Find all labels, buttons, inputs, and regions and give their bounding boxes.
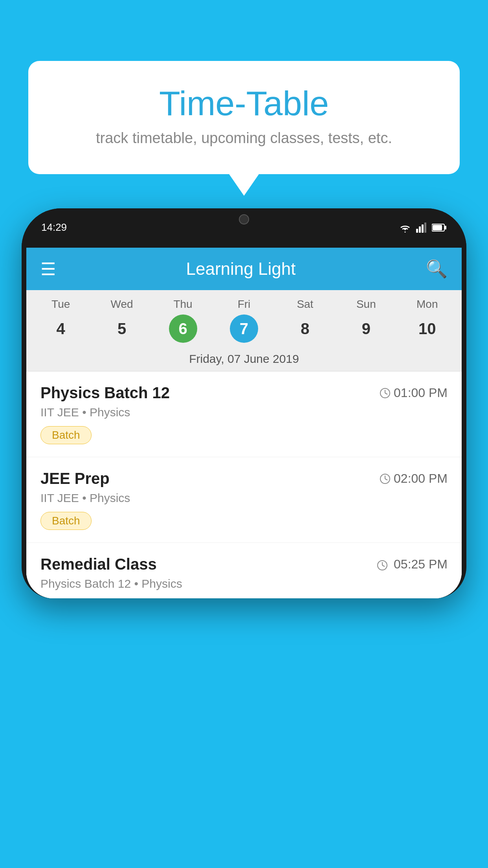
signal-icon [416, 223, 428, 233]
schedule-item-subtitle: IIT JEE • Physics [40, 491, 448, 505]
day-number[interactable]: 6 [169, 314, 197, 343]
schedule-item[interactable]: Physics Batch 12 01:00 PM IIT JEE • Phys… [26, 371, 462, 457]
day-column[interactable]: Sat8 [281, 298, 328, 343]
schedule-item[interactable]: Remedial Class 05:25 PM Physics Batch 12… [26, 543, 462, 598]
clock-icon [380, 388, 391, 399]
phone-wrapper: 14:29 [22, 208, 466, 868]
day-column[interactable]: Wed5 [98, 298, 145, 343]
batch-badge: Batch [40, 426, 92, 444]
day-column[interactable]: Mon10 [404, 298, 451, 343]
schedule-item-header: Remedial Class 05:25 PM [40, 555, 448, 573]
phone-top: 14:29 [22, 208, 466, 248]
svg-rect-3 [424, 223, 426, 233]
svg-rect-2 [422, 224, 424, 233]
page-subtitle: track timetable, upcoming classes, tests… [60, 130, 428, 147]
svg-line-9 [385, 393, 387, 394]
day-number[interactable]: 7 [230, 314, 258, 343]
day-label: Sat [297, 298, 313, 311]
day-number[interactable]: 8 [291, 314, 319, 343]
clock-icon [380, 473, 391, 484]
selected-date: Friday, 07 June 2019 [26, 347, 462, 371]
batch-badge: Batch [40, 512, 92, 530]
schedule-item-header: JEE Prep 02:00 PM [40, 470, 448, 487]
day-column[interactable]: Tue4 [37, 298, 84, 343]
clock-icon [377, 560, 388, 571]
phone-device: 14:29 [22, 208, 466, 598]
day-number[interactable]: 9 [352, 314, 380, 343]
speech-bubble: Time-Table track timetable, upcoming cla… [28, 61, 460, 174]
day-label: Wed [111, 298, 133, 311]
svg-line-15 [382, 565, 385, 566]
page-title: Time-Table [60, 85, 428, 123]
search-icon[interactable]: 🔍 [426, 259, 448, 279]
battery-icon [432, 223, 447, 232]
svg-rect-5 [433, 225, 442, 230]
schedule-item-subtitle: Physics Batch 12 • Physics [40, 577, 448, 590]
status-time: 14:29 [41, 221, 67, 234]
phone-screen: ☰ Learning Light 🔍 Tue4Wed5Thu6Fri7Sat8S… [26, 248, 462, 598]
day-number[interactable]: 10 [413, 314, 441, 343]
day-label: Sun [356, 298, 376, 311]
phone-camera [239, 214, 249, 224]
hamburger-icon[interactable]: ☰ [40, 259, 56, 279]
schedule-item[interactable]: JEE Prep 02:00 PM IIT JEE • Physics Batc… [26, 457, 462, 543]
day-label: Mon [416, 298, 438, 311]
schedule-item-title: Physics Batch 12 [40, 384, 170, 402]
schedule-item-time: 01:00 PM [380, 386, 448, 400]
schedule-list: Physics Batch 12 01:00 PM IIT JEE • Phys… [26, 371, 462, 598]
schedule-item-header: Physics Batch 12 01:00 PM [40, 384, 448, 402]
day-column[interactable]: Fri7 [220, 298, 268, 343]
day-number[interactable]: 5 [108, 314, 136, 343]
schedule-item-time: 02:00 PM [380, 471, 448, 486]
app-bar-title: Learning Light [56, 259, 426, 279]
svg-line-12 [385, 479, 387, 480]
day-column[interactable]: Thu6 [160, 298, 207, 343]
status-icons [398, 223, 447, 233]
day-column[interactable]: Sun9 [343, 298, 390, 343]
week-days: Tue4Wed5Thu6Fri7Sat8Sun9Mon10 [26, 290, 462, 347]
schedule-item-subtitle: IIT JEE • Physics [40, 406, 448, 419]
svg-rect-1 [419, 226, 421, 233]
day-label: Tue [51, 298, 70, 311]
calendar-strip: Tue4Wed5Thu6Fri7Sat8Sun9Mon10 Friday, 07… [26, 290, 462, 371]
day-label: Thu [173, 298, 192, 311]
app-bar: ☰ Learning Light 🔍 [26, 248, 462, 290]
wifi-icon [398, 223, 412, 233]
svg-rect-6 [445, 226, 446, 230]
schedule-item-title: JEE Prep [40, 470, 110, 487]
day-label: Fri [238, 298, 251, 311]
phone-notch [213, 208, 275, 230]
schedule-item-time: 05:25 PM [377, 557, 448, 572]
day-number[interactable]: 4 [47, 314, 75, 343]
schedule-item-title: Remedial Class [40, 555, 157, 573]
svg-rect-0 [416, 229, 418, 233]
